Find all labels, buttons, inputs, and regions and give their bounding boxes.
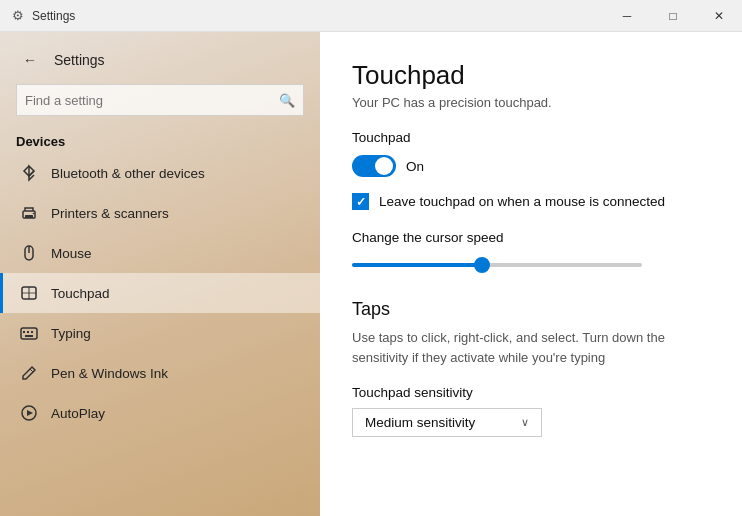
sidebar-item-typing-label: Typing (51, 326, 91, 341)
search-icon: 🔍 (279, 93, 295, 108)
slider-track (352, 263, 642, 267)
svg-rect-8 (31, 331, 33, 333)
sidebar-item-pen[interactable]: Pen & Windows Ink (0, 353, 320, 393)
touchpad-toggle[interactable] (352, 155, 396, 177)
check-icon: ✓ (356, 195, 366, 209)
sidebar-title: Settings (54, 52, 105, 68)
sidebar-item-autoplay-label: AutoPlay (51, 406, 105, 421)
sidebar-item-pen-label: Pen & Windows Ink (51, 366, 168, 381)
taps-title: Taps (352, 299, 710, 320)
svg-point-2 (33, 213, 35, 215)
close-button[interactable]: ✕ (696, 0, 742, 32)
slider-fill (352, 263, 482, 267)
leave-touchpad-checkbox[interactable]: ✓ (352, 193, 369, 210)
touchpad-icon (19, 283, 39, 303)
sidebar-item-bluetooth-label: Bluetooth & other devices (51, 166, 205, 181)
toggle-knob (375, 157, 393, 175)
svg-rect-7 (27, 331, 29, 333)
typing-icon (19, 323, 39, 343)
sensitivity-dropdown[interactable]: Medium sensitivity ∨ (352, 408, 542, 437)
pen-icon (19, 363, 39, 383)
touchpad-section-label: Touchpad (352, 130, 710, 145)
slider-label: Change the cursor speed (352, 230, 710, 245)
sidebar-item-printers-label: Printers & scanners (51, 206, 169, 221)
search-input[interactable] (25, 93, 279, 108)
sidebar-header: ← Settings (0, 32, 320, 84)
svg-rect-5 (21, 328, 37, 339)
sidebar-item-mouse[interactable]: Mouse (0, 233, 320, 273)
titlebar-left: ⚙ Settings (12, 8, 75, 23)
sensitivity-value: Medium sensitivity (365, 415, 475, 430)
sidebar-item-typing[interactable]: Typing (0, 313, 320, 353)
sidebar-item-autoplay[interactable]: AutoPlay (0, 393, 320, 433)
titlebar-title: Settings (32, 9, 75, 23)
sidebar-item-touchpad-label: Touchpad (51, 286, 110, 301)
app-container: ← Settings 🔍 Devices Bluetooth & other d… (0, 32, 742, 516)
sidebar-item-touchpad[interactable]: Touchpad (0, 273, 320, 313)
minimize-button[interactable]: ─ (604, 0, 650, 32)
sidebar-item-mouse-label: Mouse (51, 246, 92, 261)
chevron-down-icon: ∨ (521, 416, 529, 429)
back-button[interactable]: ← (16, 46, 44, 74)
maximize-button[interactable]: □ (650, 0, 696, 32)
checkbox-label: Leave touchpad on when a mouse is connec… (379, 194, 665, 209)
checkbox-row: ✓ Leave touchpad on when a mouse is conn… (352, 193, 710, 210)
settings-icon: ⚙ (12, 8, 24, 23)
sidebar-item-bluetooth[interactable]: Bluetooth & other devices (0, 153, 320, 193)
svg-marker-11 (27, 410, 33, 416)
sensitivity-label: Touchpad sensitivity (352, 385, 710, 400)
page-title: Touchpad (352, 60, 710, 91)
sidebar: ← Settings 🔍 Devices Bluetooth & other d… (0, 32, 320, 516)
slider-thumb[interactable] (474, 257, 490, 273)
touchpad-toggle-row: On (352, 155, 710, 177)
bluetooth-icon (19, 163, 39, 183)
content-panel: Touchpad Your PC has a precision touchpa… (320, 32, 742, 516)
search-box[interactable]: 🔍 (16, 84, 304, 116)
sidebar-section-label: Devices (0, 126, 320, 153)
svg-rect-9 (25, 335, 33, 337)
cursor-speed-slider[interactable] (352, 255, 710, 275)
autoplay-icon (19, 403, 39, 423)
taps-description: Use taps to click, right-click, and sele… (352, 328, 710, 367)
toggle-label: On (406, 159, 424, 174)
svg-rect-1 (25, 215, 33, 218)
svg-rect-6 (23, 331, 25, 333)
titlebar-controls: ─ □ ✕ (604, 0, 742, 32)
page-subtitle: Your PC has a precision touchpad. (352, 95, 710, 110)
sidebar-item-printers[interactable]: Printers & scanners (0, 193, 320, 233)
printer-icon (19, 203, 39, 223)
titlebar: ⚙ Settings ─ □ ✕ (0, 0, 742, 32)
mouse-icon (19, 243, 39, 263)
back-icon: ← (23, 52, 37, 68)
